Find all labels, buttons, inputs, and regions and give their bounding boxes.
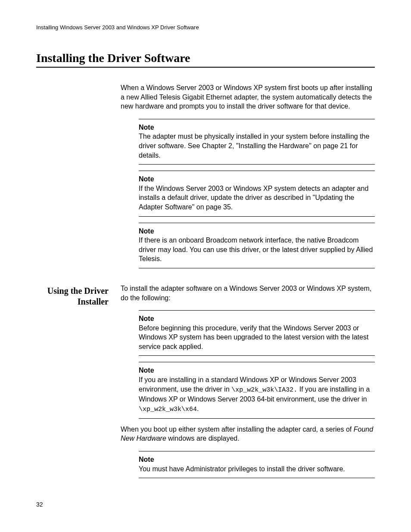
- note-text: If there is an onboard Broadcom network …: [139, 236, 375, 264]
- note-label: Note: [139, 227, 375, 236]
- boot-pre: When you boot up either system after ins…: [121, 426, 354, 433]
- page-number: 32: [36, 501, 43, 508]
- note-label: Note: [139, 174, 375, 184]
- note-text: The adapter must be physically installed…: [139, 132, 375, 160]
- note-label: Note: [139, 123, 375, 132]
- note-label: Note: [139, 455, 375, 464]
- install-paragraph: To install the adapter software on a Win…: [121, 284, 375, 302]
- note-text: Before beginning this procedure, verify …: [139, 324, 375, 352]
- driver-path-2: \xp_w2k_w3k\x64: [139, 406, 197, 413]
- installer-block: Using the Driver Installer To install th…: [36, 284, 375, 484]
- note-block-4: Note Before beginning this procedure, ve…: [139, 310, 375, 356]
- note-block-5: Note If you are installing in a standard…: [139, 362, 375, 418]
- note-label: Note: [139, 366, 375, 375]
- boot-post: windows are displayed.: [166, 435, 240, 442]
- note5-post: .: [197, 405, 199, 412]
- note-text: You must have Administrator privileges t…: [139, 464, 375, 474]
- driver-path-1: \xp_w2k_w3k\IA32.: [231, 386, 297, 394]
- note-text: If you are installing in a standard Wind…: [139, 375, 375, 414]
- boot-paragraph: When you boot up either system after ins…: [121, 425, 375, 443]
- note-block-3: Note If there is an onboard Broadcom net…: [139, 223, 375, 268]
- note-text: If the Windows Server 2003 or Windows XP…: [139, 184, 375, 212]
- note-label: Note: [139, 314, 375, 324]
- intro-block: When a Windows Server 2003 or Windows XP…: [36, 83, 375, 274]
- section-title: Installing the Driver Software: [36, 51, 375, 68]
- note-block-2: Note If the Windows Server 2003 or Windo…: [139, 171, 375, 216]
- note-block-6: Note You must have Administrator privile…: [139, 451, 375, 478]
- page: Installing Windows Server 2003 and Windo…: [0, 0, 411, 532]
- note-block-1: Note The adapter must be physically inst…: [139, 119, 375, 165]
- running-header: Installing Windows Server 2003 and Windo…: [36, 24, 375, 31]
- subheading: Using the Driver Installer: [36, 286, 109, 307]
- intro-paragraph: When a Windows Server 2003 or Windows XP…: [121, 83, 375, 111]
